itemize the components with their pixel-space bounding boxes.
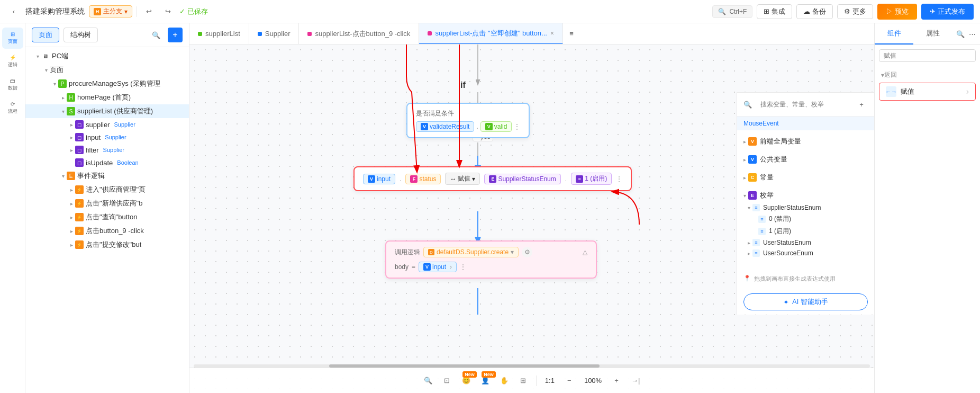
preview-canvas-btn[interactable]: ⊡ xyxy=(439,372,456,389)
right-tab-component[interactable]: 组件 xyxy=(875,23,913,44)
var-group-header-public[interactable]: ▸ V 公共变量 xyxy=(737,153,874,166)
tree-item-events[interactable]: ▾ E 事件逻辑 xyxy=(25,169,189,183)
var-group-arrow-4: ▾ xyxy=(743,193,746,199)
sidebar-item-flow[interactable]: ⟳ 流程 xyxy=(2,97,23,119)
call-var-expand[interactable]: › xyxy=(450,263,452,271)
var-search-input[interactable] xyxy=(756,99,851,110)
flow-node-call[interactable]: 调用逻辑 D defaultDS.Supplier.create ▾ ⚙ △ b… xyxy=(385,240,597,279)
user-new-badge: New xyxy=(482,371,496,378)
comment-btn[interactable]: 😊 New xyxy=(458,372,475,389)
tab-supplier[interactable]: Supplier xyxy=(249,23,300,44)
tree-item-pc[interactable]: ▾ 🖥 PC端 xyxy=(25,49,189,63)
right-item-icon: ←→ xyxy=(886,86,896,97)
search-icon-var: 🔍 xyxy=(743,101,752,109)
canvas-area[interactable]: if « yes 是否满足条件 V validateResult . V val xyxy=(189,44,874,393)
call-title: 调用逻辑 xyxy=(395,248,420,257)
call-body-more[interactable]: ⋮ xyxy=(460,263,466,271)
call-collapse-btn[interactable]: △ xyxy=(583,248,587,256)
tree-arrow-click-new: ▸ xyxy=(68,201,75,207)
tab-more-btn[interactable]: ≡ xyxy=(563,23,580,44)
assign-right-enum: E SupplierStatusEnum xyxy=(484,174,560,184)
more-button[interactable]: ⚙ 更多 xyxy=(837,4,873,19)
var-group-arrow-3: ▸ xyxy=(743,175,746,181)
var-item-0-disable[interactable]: ≡ 0 (禁用) xyxy=(737,213,874,225)
user-btn[interactable]: 👤 New xyxy=(477,372,494,389)
tree-item-input[interactable]: ▸ ◻ input Supplier xyxy=(25,131,189,144)
tab-page-btn[interactable]: 页面 xyxy=(32,28,59,42)
condition-more-btn[interactable]: ⋮ xyxy=(514,123,520,130)
right-tab-attribute[interactable]: 属性 xyxy=(913,23,952,44)
preview-button[interactable]: ▷ 预览 xyxy=(877,4,917,20)
tab-click-button9[interactable]: supplierList-点击button_9 -click xyxy=(299,23,419,44)
tab-close-btn[interactable]: × xyxy=(550,30,554,37)
undo-btn[interactable]: ↩ xyxy=(141,4,156,19)
tree-arrow-click-query: ▸ xyxy=(68,215,75,220)
var-item-1-enable[interactable]: ≡ 1 (启用) xyxy=(737,225,874,237)
tree-item-click-submit[interactable]: ▸ ⚡ 点击"提交修改"but xyxy=(25,238,189,252)
assign-more-btn[interactable]: ⋮ xyxy=(616,175,622,183)
var-item-supplierstatusenum[interactable]: ▾ ≡ SupplierStatusEnum xyxy=(737,202,874,213)
tree-item-supplierlist[interactable]: ▾ S supplierList (供应商管理) xyxy=(25,104,189,118)
canvas-toolbar: 🔍 ⊡ 😊 New 👤 New ✋ ⊞ 1:1 − 100% + →| xyxy=(189,368,874,393)
tree-item-click-button9[interactable]: ▸ ⚡ 点击button_9 -click xyxy=(25,224,189,238)
tab-create-button[interactable]: supplierList-点击 "空即创建" button... × xyxy=(419,23,563,44)
tree-item-project[interactable]: ▾ P procureManageSys (采购管理 xyxy=(25,77,189,91)
var-group-header-enum[interactable]: ▾ E 枚举 xyxy=(737,189,874,202)
back-btn[interactable]: ‹ xyxy=(6,4,21,19)
integrate-button[interactable]: ⊞ 集成 xyxy=(757,4,792,19)
canvas-scrollbar-h[interactable] xyxy=(194,364,870,368)
topbar-right: 🔍 Ctrl+F ⊞ 集成 ☁ 备份 ⚙ 更多 ▷ 预览 ✈ 正式发布 xyxy=(712,4,974,20)
sidebar-item-page[interactable]: ⊞ 页面 xyxy=(2,28,23,49)
sidebar-item-data[interactable]: 🗃 数据 xyxy=(2,74,23,95)
right-item-more[interactable]: › xyxy=(966,87,969,96)
var-group-header-const[interactable]: ▸ C 常量 xyxy=(737,171,874,184)
left-panel: 页面 结构树 🔍 + ▾ 🖥 PC端 ▾ 页面 xyxy=(25,23,189,393)
folder-icon: P xyxy=(58,79,67,88)
tree-item-homepage[interactable]: ▸ H homePage (首页) xyxy=(25,91,189,104)
tree-item-supplier[interactable]: ▸ ◻ supplier Supplier xyxy=(25,118,189,131)
redo-btn[interactable]: ↪ xyxy=(160,4,175,19)
var-group-icon-4: E xyxy=(748,191,757,200)
zoom-plus-btn[interactable]: + xyxy=(608,372,625,389)
search-shortcut[interactable]: 🔍 Ctrl+F xyxy=(712,5,752,18)
right-more-icon[interactable]: ⋯ xyxy=(969,30,976,38)
var-group-header-frontend[interactable]: ▸ V 前端全局变量 xyxy=(737,135,874,148)
var-item-usersourceenum[interactable]: ▸ ≡ UserSourceEnum xyxy=(737,248,874,258)
tab-supplierlist[interactable]: supplierList xyxy=(189,23,249,44)
zoom-minus-btn[interactable]: − xyxy=(561,372,578,389)
call-ds-dropdown[interactable]: ▾ xyxy=(511,248,514,256)
main-layout: ⊞ 页面 ⚡ 逻辑 🗃 数据 ⟳ 流程 页面 结构树 🔍 + ▾ xyxy=(0,23,980,393)
right-item-assign[interactable]: ←→ 赋值 › xyxy=(879,83,976,101)
hand-btn[interactable]: ✋ xyxy=(496,372,513,389)
tree-item-filter[interactable]: ▸ ◻ filter Supplier xyxy=(25,144,189,156)
right-search-icon[interactable]: 🔍 xyxy=(956,30,965,38)
icon-sidebar: ⊞ 页面 ⚡ 逻辑 🗃 数据 ⟳ 流程 xyxy=(0,23,25,393)
left-search-btn[interactable]: 🔍 xyxy=(149,28,164,42)
tree-item-isupdate[interactable]: ◻ isUpdate Boolean xyxy=(25,156,189,169)
tab-tree-btn[interactable]: 结构树 xyxy=(63,28,98,42)
flow-node-condition[interactable]: 是否满足条件 V validateResult . V valid ⋮ xyxy=(406,103,530,138)
backup-button[interactable]: ☁ 备份 xyxy=(796,4,833,19)
assign-op-arrow: ▾ xyxy=(472,175,475,183)
var-group-icon-2: V xyxy=(748,155,757,164)
sidebar-item-logic[interactable]: ⚡ 逻辑 xyxy=(2,51,23,72)
assign-op-btn[interactable]: ↔ 赋值 ▾ xyxy=(445,173,480,185)
branch-badge[interactable]: H 主分支 ▾ xyxy=(89,5,132,17)
var-add-btn[interactable]: + xyxy=(855,98,868,111)
right-search-input[interactable] xyxy=(879,49,976,62)
call-body: body = V input › ⋮ xyxy=(395,262,587,272)
flow-node-assign[interactable]: V input . F status ↔ 赋值 ▾ E xyxy=(353,166,632,191)
zoom-fit-btn[interactable]: 🔍 xyxy=(420,372,437,389)
var-item-userstatusenum[interactable]: ▸ ≡ UserStatusEnum xyxy=(737,237,874,248)
left-add-btn[interactable]: + xyxy=(168,28,183,42)
call-settings-btn[interactable]: ⚙ xyxy=(522,247,532,257)
tree-item-click-query[interactable]: ▸ ⚡ 点击"查询"button xyxy=(25,210,189,224)
publish-button[interactable]: ✈ 正式发布 xyxy=(921,4,974,20)
right-section-header[interactable]: ▾ 返回 xyxy=(875,68,980,82)
ai-assistant-btn[interactable]: ✦ AI 智能助手 xyxy=(743,293,868,310)
tree-item-pages[interactable]: ▾ 页面 xyxy=(25,63,189,77)
fit-screen-btn[interactable]: →| xyxy=(627,372,644,389)
tree-item-click-new[interactable]: ▸ ⚡ 点击"新增供应商"b xyxy=(25,196,189,210)
tree-item-enter[interactable]: ▸ ⚡ 进入"供应商管理"页 xyxy=(25,183,189,196)
fit-all-btn[interactable]: ⊞ xyxy=(515,372,532,389)
